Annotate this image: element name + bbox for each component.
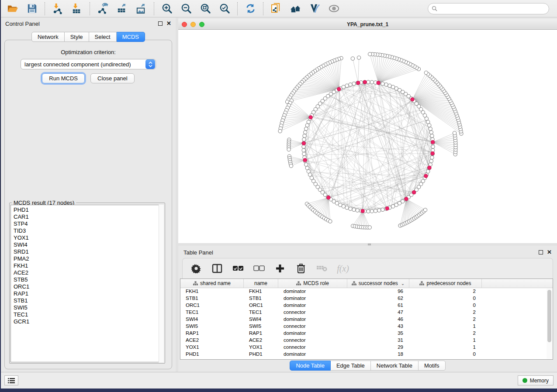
float-table-panel-icon[interactable]: [539, 250, 543, 254]
network-node[interactable]: [345, 206, 349, 210]
mcds-node[interactable]: [361, 209, 364, 213]
close-table-panel-icon[interactable]: ✕: [547, 250, 552, 254]
network-node[interactable]: [429, 127, 432, 131]
network-node[interactable]: [349, 207, 352, 210]
table-settings-button[interactable]: [190, 263, 202, 274]
zoom-fit-button[interactable]: [199, 2, 212, 15]
network-node[interactable]: [428, 124, 431, 127]
home-button[interactable]: [289, 2, 302, 15]
column-header-shared-name[interactable]: shared name: [180, 279, 244, 288]
export-network-button[interactable]: [96, 2, 109, 15]
mcds-result-item[interactable]: STP4: [11, 220, 163, 227]
export-image-button[interactable]: [135, 2, 148, 15]
network-node[interactable]: [381, 208, 384, 211]
delete-column-button[interactable]: [295, 263, 307, 274]
mcds-result-item[interactable]: TID3: [11, 227, 163, 234]
mcds-node[interactable]: [428, 166, 431, 169]
mcds-result-scrollbar[interactable]: [159, 205, 164, 362]
column-header-MCDS-role[interactable]: MCDS role: [278, 279, 347, 288]
column-header-name[interactable]: name: [244, 279, 278, 288]
network-node[interactable]: [342, 205, 345, 208]
mcds-result-item[interactable]: YOX1: [11, 234, 163, 241]
network-node[interactable]: [356, 209, 359, 212]
mcds-node[interactable]: [337, 87, 341, 91]
network-node[interactable]: [352, 208, 356, 211]
network-node[interactable]: [381, 82, 384, 86]
network-node[interactable]: [430, 156, 434, 159]
network-node[interactable]: [287, 148, 291, 151]
zoom-in-button[interactable]: [160, 2, 173, 15]
tab-network[interactable]: Network: [31, 32, 65, 42]
mcds-node[interactable]: [424, 174, 428, 178]
network-node[interactable]: [289, 164, 293, 168]
network-node[interactable]: [278, 129, 282, 133]
network-canvas[interactable]: [178, 30, 557, 243]
vizmapper-preview-button[interactable]: [308, 2, 321, 15]
table-row[interactable]: ORC1ORC1dominator610: [180, 302, 553, 309]
network-node[interactable]: [370, 210, 374, 213]
import-table-button[interactable]: [70, 2, 83, 15]
mcds-result-item[interactable]: SWI4: [11, 241, 163, 248]
tab-edge-table[interactable]: Edge Table: [331, 361, 371, 371]
mcds-result-item[interactable]: ORC1: [11, 283, 163, 290]
mcds-node[interactable]: [363, 80, 367, 84]
network-node[interactable]: [367, 210, 370, 213]
table-row[interactable]: STB1STB1dominator620: [180, 295, 553, 302]
table-scrollbar[interactable]: [547, 289, 552, 359]
zoom-selected-button[interactable]: [218, 2, 231, 15]
mcds-node[interactable]: [412, 191, 416, 194]
tab-node-table[interactable]: Node Table: [290, 361, 331, 371]
network-node[interactable]: [305, 124, 309, 127]
network-node[interactable]: [307, 120, 310, 124]
zoom-out-button[interactable]: [180, 2, 193, 15]
network-node[interactable]: [302, 138, 306, 141]
network-node[interactable]: [349, 83, 352, 86]
network-node[interactable]: [398, 88, 401, 92]
network-node[interactable]: [352, 82, 356, 86]
table-row[interactable]: SWI5SWI5connector431: [180, 323, 553, 330]
network-node[interactable]: [339, 203, 342, 206]
network-node[interactable]: [374, 209, 377, 213]
mcds-node[interactable]: [327, 196, 330, 199]
save-session-button[interactable]: [25, 2, 38, 15]
table-row[interactable]: PHD1PHD1dominator180: [180, 351, 553, 358]
network-node[interactable]: [424, 71, 428, 74]
table-row[interactable]: FKH1FKH1dominator962: [180, 288, 553, 295]
network-node[interactable]: [423, 208, 427, 212]
network-node[interactable]: [368, 226, 371, 229]
mcds-node[interactable]: [356, 81, 360, 85]
column-header-successor-nodes[interactable]: successor nodes⌄: [347, 279, 409, 288]
refresh-network-button[interactable]: [244, 2, 257, 15]
table-row[interactable]: TEC1TEC1connector472: [180, 309, 553, 316]
hide-preview-button[interactable]: [327, 2, 340, 15]
share-document-button[interactable]: [270, 2, 283, 15]
network-node[interactable]: [388, 84, 391, 87]
network-titlebar[interactable]: YPA_prune.txt_1: [178, 19, 557, 30]
tab-style[interactable]: Style: [65, 32, 89, 42]
mcds-result-list[interactable]: PHD1CAR1STP4TID3YOX1SWI4SRD1PMA2FKH1ACE2…: [10, 205, 164, 362]
network-node[interactable]: [384, 83, 388, 86]
optimization-criterion-dropdown[interactable]: largest connected component (undirected): [21, 59, 156, 69]
mcds-node[interactable]: [385, 206, 389, 210]
network-node[interactable]: [426, 170, 430, 173]
network-node[interactable]: [351, 57, 354, 60]
network-node[interactable]: [303, 134, 306, 138]
search-input[interactable]: [439, 6, 545, 12]
tab-select[interactable]: Select: [89, 32, 117, 42]
export-table-button[interactable]: [115, 2, 128, 15]
select-all-rows-button[interactable]: [232, 263, 244, 274]
network-node[interactable]: [308, 173, 312, 176]
column-selector-button[interactable]: [211, 263, 223, 274]
table-scrollbar-thumb[interactable]: [547, 290, 551, 342]
mcds-result-item[interactable]: SRD1: [11, 248, 163, 255]
network-node[interactable]: [335, 201, 339, 205]
mcds-result-item[interactable]: PMA2: [11, 255, 163, 262]
network-node[interactable]: [430, 134, 434, 138]
memory-button[interactable]: Memory: [518, 375, 554, 385]
network-node[interactable]: [302, 148, 305, 152]
task-history-button[interactable]: [4, 375, 18, 385]
open-file-button[interactable]: [6, 2, 19, 15]
network-node[interactable]: [304, 131, 307, 134]
run-mcds-button[interactable]: Run MCDS: [42, 73, 85, 83]
network-node[interactable]: [425, 117, 428, 120]
